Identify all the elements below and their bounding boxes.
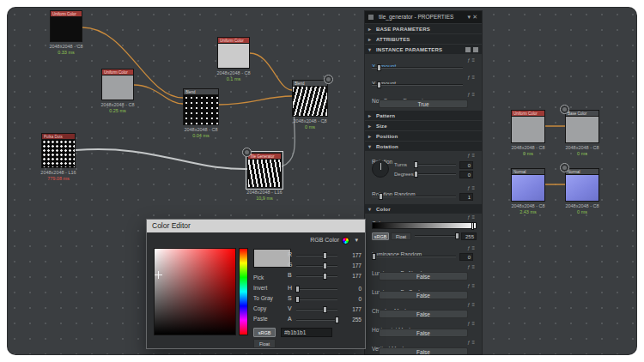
menu-icon[interactable]: ≡ <box>471 75 477 80</box>
wire[interactable] <box>219 96 292 105</box>
luminance-random-value[interactable]: 0 <box>459 253 473 261</box>
color-gradient-bar[interactable] <box>372 222 477 229</box>
slider-handle[interactable] <box>323 262 327 269</box>
color-level-slider[interactable] <box>415 232 458 239</box>
menu-icon[interactable]: ≡ <box>471 283 477 288</box>
channel-g-slider[interactable] <box>296 262 337 269</box>
slider-handle[interactable] <box>323 252 327 259</box>
slider-handle[interactable] <box>295 296 300 303</box>
node-type-badge-icon[interactable] <box>242 148 252 157</box>
channel-a-slider[interactable] <box>296 317 337 323</box>
channel-h-slider[interactable] <box>296 286 337 293</box>
float-mode-button[interactable]: Float <box>391 232 411 240</box>
wire[interactable] <box>250 53 292 90</box>
slider-handle[interactable] <box>414 171 418 178</box>
section-color[interactable]: ▾ Color <box>365 203 482 214</box>
node-preview[interactable] <box>247 159 282 188</box>
luminance-by-number-toggle[interactable]: False <box>379 272 468 281</box>
color-level-value[interactable]: 255 <box>461 232 477 240</box>
node-preview[interactable] <box>101 75 134 100</box>
x-amount-slider[interactable] <box>372 64 463 71</box>
slider-handle[interactable] <box>323 306 327 313</box>
color-wheel-icon[interactable] <box>342 237 349 244</box>
node-uniform-color-4[interactable]: Uniform Color 2048x2048 - C8 0 ms <box>511 110 545 143</box>
section-attributes[interactable]: ▸ ATTRIBUTES <box>365 33 482 44</box>
invert-button[interactable]: Invert <box>253 283 284 293</box>
section-base-parameters[interactable]: ▸ BASE PARAMETERS <box>365 23 482 33</box>
degrees-value[interactable]: 0 <box>459 171 473 178</box>
node-uniform-color-1[interactable]: Uniform Color 2048x2048 - C8 0.33 ms <box>50 10 82 42</box>
menu-icon[interactable]: ≡ <box>471 245 477 250</box>
slider-handle[interactable] <box>372 253 376 260</box>
turns-value[interactable]: 0 <box>459 161 473 169</box>
param-y-amount[interactable]: Y Amount ƒ≡ <box>372 74 477 81</box>
rotation-random-value[interactable]: 1 <box>459 193 473 201</box>
channel-v-value[interactable]: 177 <box>341 306 361 312</box>
channel-h-value[interactable]: 0 <box>341 286 361 292</box>
channel-r-slider[interactable] <box>296 252 337 259</box>
non-square-expansion-toggle[interactable]: True <box>379 100 468 108</box>
slider-handle[interactable] <box>335 317 339 323</box>
luminance-random-slider[interactable] <box>372 253 456 260</box>
menu-icon[interactable]: ≡ <box>471 214 477 220</box>
chevron-down-icon[interactable]: ▾ <box>355 237 358 244</box>
menu-icon[interactable]: ≡ <box>471 185 477 190</box>
menu-icon[interactable]: ≡ <box>471 57 477 63</box>
section-pattern[interactable]: ▸ Pattern <box>365 110 482 120</box>
slider-handle[interactable] <box>377 64 381 71</box>
node-output-badge-icon[interactable] <box>324 75 333 84</box>
vertical-mask-toggle[interactable]: False <box>379 347 468 355</box>
channel-g-value[interactable]: 177 <box>341 262 361 268</box>
hue-strip[interactable] <box>239 248 248 335</box>
channel-a-value[interactable]: 255 <box>341 317 361 323</box>
properties-title-bar[interactable]: tile_generator - PROPERTIES ▾✕ <box>365 11 482 23</box>
slider-handle[interactable] <box>414 161 418 168</box>
gradient-handle[interactable] <box>471 222 474 230</box>
node-preview[interactable] <box>511 116 545 143</box>
horizontal-mask-toggle[interactable]: False <box>379 329 468 337</box>
section-position[interactable]: ▸ Position <box>365 130 482 141</box>
srgb-mode-button[interactable]: sRGB <box>253 328 276 337</box>
menu-icon[interactable]: ≡ <box>471 321 477 326</box>
channel-b-value[interactable]: 177 <box>341 273 361 279</box>
node-output-normal[interactable]: Normal 2048x2048 - C8 0 ms <box>565 168 599 202</box>
copy-button[interactable]: Copy <box>253 304 284 313</box>
rotation-dial[interactable] <box>372 160 389 178</box>
section-rotation[interactable]: ▾ Rotation <box>365 141 482 151</box>
node-blend-1[interactable]: Blend 2048x2048 - C8 0.04 ms <box>183 88 219 125</box>
slider-handle[interactable] <box>323 273 327 280</box>
preset-icon[interactable] <box>473 47 478 52</box>
saturation-value-picker[interactable] <box>154 248 236 335</box>
node-uniform-color-3[interactable]: Uniform Color 2048x2048 - C8 0.25 ms <box>101 69 134 100</box>
node-normal-1[interactable]: Normal 2048x2048 - C8 2.43 ms <box>511 168 545 202</box>
menu-icon[interactable]: ≡ <box>471 153 477 158</box>
to-gray-button[interactable]: To Gray <box>253 293 284 303</box>
menu-icon[interactable]: ≡ <box>471 92 477 97</box>
node-blend-2[interactable]: Blend 2048x2048 - C8 0 ms <box>292 80 328 117</box>
rotation-random-slider[interactable] <box>372 193 456 200</box>
paste-button[interactable]: Paste <box>253 314 284 323</box>
node-polka-dots[interactable]: Polka Dots 2048x2048 - L16 779.08 ms <box>41 133 76 168</box>
channel-b-slider[interactable] <box>296 273 337 280</box>
node-preview[interactable] <box>565 116 599 143</box>
param-x-amount[interactable]: X Amount ƒ≡ <box>372 57 477 64</box>
node-output-basecolor[interactable]: Base Color 2048x2048 - C8 0 ms <box>565 110 599 143</box>
pick-button[interactable]: Pick <box>253 273 284 282</box>
channel-v-slider[interactable] <box>296 306 337 313</box>
node-uniform-color-2[interactable]: Uniform Color 2048x2048 - C8 0.1 ms <box>217 37 250 69</box>
hex-color-input[interactable] <box>281 328 332 337</box>
node-preview[interactable] <box>565 174 599 202</box>
node-preview[interactable] <box>217 43 250 69</box>
output-badge-icon[interactable] <box>560 105 569 114</box>
checker-mask-toggle[interactable]: False <box>379 310 468 318</box>
node-preview[interactable] <box>511 174 545 202</box>
srgb-mode-button[interactable]: sRGB <box>372 232 389 240</box>
slider-handle[interactable] <box>295 286 300 293</box>
luminance-by-scale-toggle[interactable]: False <box>379 291 468 299</box>
wire[interactable] <box>76 149 247 169</box>
node-preview[interactable] <box>183 94 219 125</box>
node-preview[interactable] <box>50 16 82 42</box>
output-badge-icon[interactable] <box>560 163 569 172</box>
y-amount-slider[interactable] <box>372 81 463 88</box>
color-editor-title-bar[interactable]: Color Editor <box>147 220 365 232</box>
